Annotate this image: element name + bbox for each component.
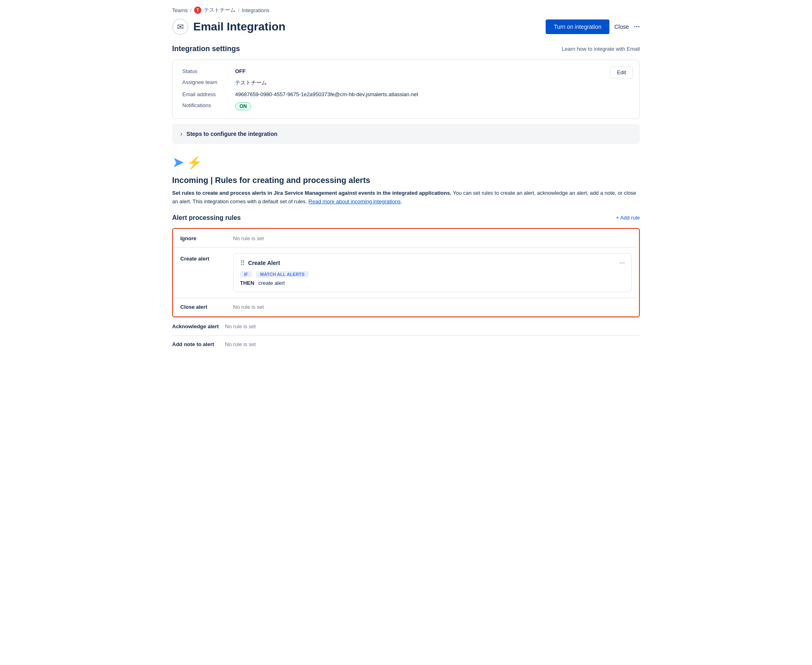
status-value: OFF: [235, 68, 246, 74]
email-icon: ✉: [172, 19, 188, 35]
email-address-label: Email address: [182, 91, 235, 97]
rule-more-button[interactable]: ···: [620, 259, 625, 267]
then-label: THEN: [240, 280, 254, 286]
rule-card-header: ⠿ Create Alert ···: [240, 259, 625, 267]
team-icon: T: [194, 6, 201, 14]
ignore-rule-value: No rule is set: [233, 235, 264, 241]
if-tag: IF: [240, 271, 252, 278]
more-options-button[interactable]: ···: [634, 23, 640, 31]
notifications-label: Notifications: [182, 102, 235, 108]
assignee-row: Assignee team テストチーム: [182, 79, 630, 86]
add-rule-button[interactable]: + Add rule: [616, 215, 640, 221]
close-alert-rule-label: Close alert: [180, 304, 233, 310]
add-note-alert-rule-label: Add note to alert: [172, 341, 225, 347]
close-button[interactable]: Close: [614, 24, 629, 30]
status-label: Status: [182, 68, 235, 74]
ignore-rule-row: Ignore No rule is set: [174, 230, 638, 247]
page-header: ✉ Email Integration Turn on integration …: [172, 19, 640, 35]
incoming-read-more-link[interactable]: Read more about incoming integrations: [309, 198, 401, 204]
header-actions: Turn on integration Close ···: [546, 19, 640, 34]
steps-label: Steps to configure the integration: [186, 131, 277, 137]
incoming-icons-row: ➤ ⚡: [172, 154, 640, 171]
settings-card: Edit Status OFF Assignee team テストチーム Ema…: [172, 60, 640, 119]
status-row: Status OFF: [182, 68, 630, 74]
breadcrumb-integrations[interactable]: Integrations: [242, 7, 270, 13]
add-note-alert-rule-row: Add note to alert No rule is set: [172, 335, 640, 353]
acknowledge-alert-rule-row: Acknowledge alert No rule is set: [172, 317, 640, 335]
assignee-label: Assignee team: [182, 79, 235, 85]
acknowledge-alert-rule-value: No rule is set: [225, 323, 256, 329]
incoming-desc: Set rules to create and process alerts i…: [172, 189, 640, 206]
close-alert-rule-row: Close alert No rule is set: [174, 298, 638, 316]
alert-processing-title: Alert processing rules: [172, 214, 241, 222]
create-alert-rule-content: ⠿ Create Alert ··· IF MATCH ALL ALERTS T…: [233, 252, 632, 294]
incoming-title: Incoming | Rules for creating and proces…: [172, 176, 640, 185]
breadcrumb-sep2: /: [238, 7, 240, 13]
match-tag: MATCH ALL ALERTS: [256, 271, 309, 278]
create-alert-rule-label: Create alert: [180, 252, 233, 262]
assignee-value: テストチーム: [235, 79, 267, 86]
steps-row[interactable]: › Steps to configure the integration: [172, 124, 640, 144]
notifications-badge: ON: [235, 102, 251, 110]
breadcrumb-sep1: /: [190, 7, 192, 13]
steps-chevron-icon: ›: [180, 130, 182, 138]
then-value: create alert: [258, 280, 285, 286]
page-title: Email Integration: [193, 20, 285, 33]
email-address-value: 49687659-0980-4557-9675-1e2a950373fe@cm-…: [235, 91, 418, 97]
close-alert-rule-value: No rule is set: [233, 304, 264, 310]
drag-handle-icon[interactable]: ⠿: [240, 259, 245, 267]
turn-on-integration-button[interactable]: Turn on integration: [546, 19, 609, 34]
rule-condition-row: IF MATCH ALL ALERTS: [240, 271, 625, 278]
ignore-rule-label: Ignore: [180, 235, 233, 241]
add-note-alert-rule-value: No rule is set: [225, 341, 256, 347]
breadcrumb-teams[interactable]: Teams: [172, 7, 188, 13]
page-container: Teams / T テストチーム / Integrations ✉ Email …: [162, 0, 650, 369]
learn-link[interactable]: Learn how to integrate with Email: [562, 46, 640, 52]
incoming-desc-bold: Set rules to create and process alerts i…: [172, 190, 451, 196]
create-alert-rule-row: Create alert ⠿ Create Alert ··· IF MATCH…: [174, 247, 638, 298]
highlighted-rules-section: Ignore No rule is set Create alert ⠿ Cre…: [172, 228, 640, 317]
rule-card-name: ⠿ Create Alert: [240, 259, 280, 267]
edit-button[interactable]: Edit: [610, 67, 633, 78]
breadcrumb-team[interactable]: テストチーム: [204, 6, 235, 14]
arrow-right-icon: ➤: [172, 154, 184, 171]
settings-section-title: Integration settings: [172, 45, 240, 53]
alert-processing-header: Alert processing rules + Add rule: [172, 214, 640, 222]
acknowledge-alert-rule-label: Acknowledge alert: [172, 323, 225, 329]
bolt-icon: ⚡: [187, 155, 202, 170]
email-address-row: Email address 49687659-0980-4557-9675-1e…: [182, 91, 630, 97]
rule-name-text: Create Alert: [248, 260, 280, 266]
page-header-left: ✉ Email Integration: [172, 19, 285, 35]
create-alert-card: ⠿ Create Alert ··· IF MATCH ALL ALERTS T…: [233, 253, 632, 292]
breadcrumb: Teams / T テストチーム / Integrations: [172, 6, 640, 14]
rule-then-row: THEN create alert: [240, 280, 625, 286]
settings-section-header: Integration settings Learn how to integr…: [172, 45, 640, 53]
notifications-row: Notifications ON: [182, 102, 630, 110]
